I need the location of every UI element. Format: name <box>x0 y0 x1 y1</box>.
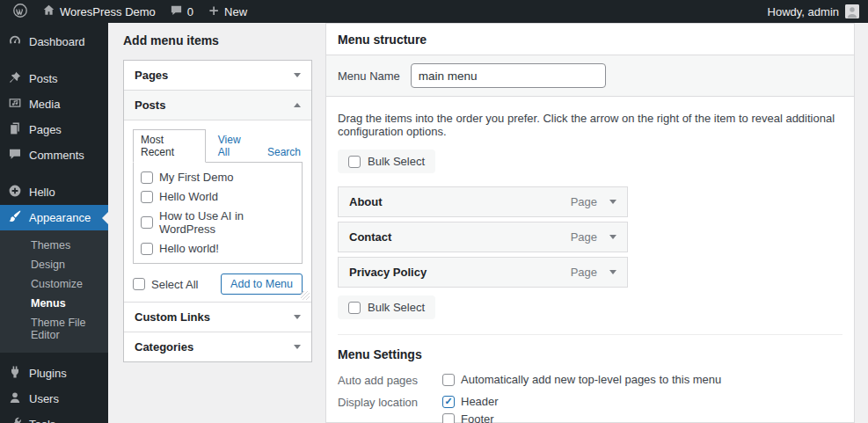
chevron-down-icon <box>294 345 301 349</box>
sidebar-item-plugins[interactable]: Plugins <box>0 361 108 386</box>
appearance-submenu: Themes Design Customize Menus Theme File… <box>0 230 108 353</box>
auto-add-checkbox-row[interactable]: Automatically add new top-level pages to… <box>442 373 721 386</box>
comments-count: 0 <box>187 5 193 18</box>
checkbox[interactable] <box>141 243 153 255</box>
submenu-item-customize[interactable]: Customize <box>0 274 108 294</box>
menu-items-list: About Page Contact Page <box>338 186 628 288</box>
chevron-down-icon <box>294 315 301 319</box>
sidebar-item-posts[interactable]: Posts <box>0 66 108 91</box>
sidebar-item-users[interactable]: Users <box>0 386 108 412</box>
select-all-checkbox-row[interactable]: Select All <box>133 278 198 291</box>
pages-icon <box>8 121 22 138</box>
home-icon <box>42 4 55 19</box>
current-menu-arrow <box>102 212 108 224</box>
drag-instructions: Drag the items into the order you prefer… <box>338 112 842 138</box>
bulk-select-top[interactable]: Bulk Select <box>338 150 435 173</box>
menu-item-contact[interactable]: Contact Page <box>338 222 628 252</box>
sidebar-item-comments[interactable]: Comments <box>0 142 108 168</box>
accordion-section-categories[interactable]: Categories <box>124 332 311 361</box>
posts-tabs: Most Recent View All Search <box>133 129 303 162</box>
bulk-select-bottom[interactable]: Bulk Select <box>338 295 435 319</box>
add-menu-items-title: Add menu items <box>123 33 325 47</box>
new-label: New <box>224 5 247 18</box>
site-name-link[interactable]: WoresPress Demo <box>35 0 163 23</box>
user-icon <box>8 390 22 407</box>
pushpin-icon <box>8 70 22 87</box>
menu-settings-title: Menu Settings <box>338 347 842 361</box>
accordion-section-custom-links[interactable]: Custom Links <box>124 302 311 332</box>
section-divider <box>338 334 842 335</box>
admin-sidebar: Dashboard Posts Media Pages Comments Hel… <box>0 23 108 423</box>
wordpress-logo-menu[interactable] <box>5 0 35 23</box>
post-checkbox-row[interactable]: Hello world! <box>141 242 295 255</box>
menu-name-row: Menu Name <box>326 55 854 97</box>
checkbox[interactable] <box>348 302 361 314</box>
checkbox[interactable] <box>141 216 153 229</box>
checkbox[interactable] <box>442 374 455 386</box>
posts-checklist: My First Demo Hello World How to Use AI … <box>133 162 303 264</box>
menu-structure-title: Menu structure <box>338 33 842 47</box>
display-location-label: Display location <box>338 395 442 423</box>
chevron-down-icon[interactable] <box>609 270 616 274</box>
submenu-item-theme-file-editor[interactable]: Theme File Editor <box>0 313 108 345</box>
tab-view-all[interactable]: View All <box>216 130 255 162</box>
menu-items-accordion: Pages Posts Most Recent View All Search <box>123 60 312 362</box>
submenu-item-menus[interactable]: Menus <box>0 294 108 313</box>
auto-add-pages-row: Auto add pages Automatically add new top… <box>338 373 842 387</box>
howdy-text[interactable]: Howdy, admin <box>768 5 839 18</box>
circle-plus-icon <box>8 184 22 201</box>
comments-badge[interactable]: 0 <box>163 0 201 23</box>
content-area: Add menu items Pages Posts Most Recent V… <box>108 23 868 423</box>
location-header-checkbox-row[interactable]: Header <box>442 395 499 408</box>
checkbox[interactable] <box>442 413 455 423</box>
posts-panel: Most Recent View All Search My First Dem… <box>124 120 311 302</box>
submenu-item-themes[interactable]: Themes <box>0 236 108 255</box>
resize-grip[interactable] <box>301 291 310 300</box>
chevron-down-icon[interactable] <box>609 235 616 239</box>
dashboard-icon <box>8 33 22 50</box>
comment-bubble-icon <box>8 147 22 164</box>
menu-item-about[interactable]: About Page <box>338 186 628 217</box>
display-location-row: Display location Header Footer <box>338 395 842 423</box>
post-checkbox-row[interactable]: Hello World <box>141 190 295 203</box>
menu-structure-card: Menu structure Menu Name Drag the items … <box>325 23 855 423</box>
location-footer-checkbox-row[interactable]: Footer <box>442 412 499 423</box>
chevron-down-icon <box>294 73 301 77</box>
checkbox[interactable] <box>141 191 153 203</box>
post-checkbox-row[interactable]: My First Demo <box>141 171 295 184</box>
menu-name-input[interactable] <box>411 63 606 88</box>
site-name: WoresPress Demo <box>60 5 156 18</box>
add-to-menu-button[interactable]: Add to Menu <box>221 273 303 295</box>
plus-icon <box>208 4 220 19</box>
sidebar-item-appearance[interactable]: Appearance <box>0 205 108 230</box>
chevron-down-icon[interactable] <box>609 200 616 204</box>
chevron-up-icon <box>294 103 301 107</box>
paintbrush-icon <box>8 209 22 226</box>
add-menu-items-column: Add menu items Pages Posts Most Recent V… <box>108 23 325 423</box>
checkbox[interactable] <box>141 171 153 184</box>
sidebar-item-media[interactable]: Media <box>0 91 108 117</box>
checkbox[interactable] <box>348 156 361 168</box>
wrench-icon <box>8 416 22 423</box>
new-content-menu[interactable]: New <box>201 0 254 23</box>
sidebar-item-hello[interactable]: Hello <box>0 179 108 205</box>
tab-search[interactable]: Search <box>266 142 303 162</box>
admin-bar: WoresPress Demo 0 New Howdy, admin <box>0 0 868 23</box>
sidebar-item-dashboard[interactable]: Dashboard <box>0 29 108 55</box>
comment-bubble-icon <box>170 4 183 19</box>
menu-item-privacy-policy[interactable]: Privacy Policy Page <box>338 257 628 288</box>
sidebar-item-pages[interactable]: Pages <box>0 117 108 142</box>
plug-icon <box>8 365 22 382</box>
avatar[interactable] <box>845 4 859 18</box>
accordion-section-posts[interactable]: Posts <box>124 90 311 120</box>
accordion-section-pages[interactable]: Pages <box>124 61 311 90</box>
checkbox-checked[interactable] <box>442 396 455 408</box>
checkbox[interactable] <box>133 278 145 290</box>
wordpress-logo-icon <box>12 3 28 21</box>
tab-most-recent[interactable]: Most Recent <box>133 129 206 163</box>
post-checkbox-row[interactable]: How to Use AI in WordPress <box>141 209 295 236</box>
auto-add-pages-label: Auto add pages <box>338 373 442 387</box>
submenu-item-design[interactable]: Design <box>0 255 108 274</box>
sidebar-item-tools[interactable]: Tools <box>0 412 108 423</box>
menu-name-label: Menu Name <box>338 69 400 83</box>
